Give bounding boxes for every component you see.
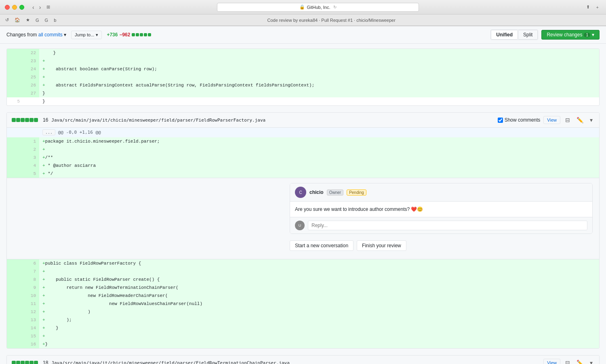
line-num-right: 26 xyxy=(23,81,39,89)
edit-icon-2[interactable]: ✏️ xyxy=(575,359,585,364)
line-num-right: 24 xyxy=(23,65,39,73)
view-file2-button[interactable]: View xyxy=(543,359,560,364)
expand-icon-2[interactable]: ▾ xyxy=(588,359,594,364)
header-right: Unified Split Review changes 1 ▾ xyxy=(490,29,600,40)
file1-path: Java/src/main/java/it/chicio/minesweeper… xyxy=(51,118,265,123)
split-view-icon[interactable]: ⊟ xyxy=(564,116,572,124)
table-row: 10 + new FieldRowHeaderChainParser( xyxy=(7,292,599,300)
change-block-5 xyxy=(29,118,34,122)
expand-hunk-button[interactable]: ... xyxy=(42,129,55,135)
nav-buttons: ‹ › ⊞ xyxy=(31,3,53,11)
tab-list-button[interactable]: ⊞ xyxy=(44,3,53,11)
table-row: 27 } xyxy=(7,89,599,97)
file-diff-1: 16 Java/src/main/java/it/chicio/mineswee… xyxy=(6,112,600,349)
url-text: GitHub, Inc. xyxy=(307,5,330,10)
line-code: } xyxy=(39,97,599,105)
table-row: 24 + abstract boolean canParse(String ro… xyxy=(7,65,599,73)
change-block-3 xyxy=(21,118,25,122)
title-bar: ‹ › ⊞ 🔒 GitHub, Inc. ↻ ⬆ + xyxy=(0,0,606,15)
file-change-blocks xyxy=(12,118,38,122)
g2-btn[interactable]: G xyxy=(43,17,50,23)
table-row: 2 + xyxy=(7,145,599,154)
table-row: 12 + ) xyxy=(7,308,599,316)
view-file-button[interactable]: View xyxy=(543,116,560,124)
browser-toolbar: ↺ 🏠 ★ G G b Code review by eureka84 · Pu… xyxy=(0,15,606,26)
finish-review-button[interactable]: Finish your review xyxy=(357,240,406,251)
b-btn[interactable]: b xyxy=(52,17,58,23)
file-change-blocks-2 xyxy=(12,361,38,364)
review-changes-button[interactable]: Review changes 1 ▾ xyxy=(541,30,600,40)
address-bar[interactable]: 🔒 GitHub, Inc. ↻ xyxy=(217,3,419,12)
g-btn[interactable]: G xyxy=(34,17,41,23)
line-num-right: 25 xyxy=(23,73,39,81)
bookmark-btn[interactable]: ★ xyxy=(24,17,32,23)
home-btn[interactable]: 🏠 xyxy=(13,17,22,23)
diff-table-1b: 6 +public class FieldRowParserFactory { … xyxy=(7,259,599,348)
additions-count: +736 xyxy=(107,32,118,38)
forward-button[interactable]: › xyxy=(38,3,43,11)
table-row: 15 + xyxy=(7,332,599,340)
diff-block-5 xyxy=(148,33,151,36)
new-tab-button[interactable]: + xyxy=(594,4,601,11)
deletions-count: −962 xyxy=(119,32,130,38)
reply-input[interactable] xyxy=(308,221,587,230)
jump-to-button[interactable]: Jump to... ▾ xyxy=(71,31,102,39)
reload-btn[interactable]: ↺ xyxy=(3,17,11,23)
minimize-button[interactable] xyxy=(12,5,17,10)
table-row: 4 + * @author asciarra xyxy=(7,162,599,170)
start-conversation-button[interactable]: Start a new conversation xyxy=(290,240,354,251)
hunk-info: ... @@ -0,0 +1,16 @@ xyxy=(39,128,599,137)
close-button[interactable] xyxy=(5,5,10,10)
table-row: 1 +package it.chicio.minesweeper.field.p… xyxy=(7,137,599,145)
commenter-name: chicio xyxy=(309,189,324,195)
table-row: 9 + return new FieldRowTerminationChainP… xyxy=(7,284,599,292)
expand-icon[interactable]: ▾ xyxy=(588,116,594,124)
edit-icon[interactable]: ✏️ xyxy=(575,116,585,124)
top-partial-table: 22 } 23 + 24 + abstract boolean canParse… xyxy=(7,49,599,105)
comment-thread-inner: C chicio Owner Pending Are you sure we w… xyxy=(7,178,599,259)
top-partial-file: 22 } 23 + 24 + abstract boolean canParse… xyxy=(6,48,600,106)
split-view-button[interactable]: Split xyxy=(518,30,538,40)
table-row: 22 } xyxy=(7,49,599,57)
window-chrome: ‹ › ⊞ 🔒 GitHub, Inc. ↻ ⬆ + ↺ 🏠 ★ G G b C… xyxy=(0,0,606,26)
change-block-f xyxy=(34,361,38,364)
share-button[interactable]: ⬆ xyxy=(584,4,592,11)
diff-stats: +736 −962 xyxy=(107,32,151,38)
diff-content: 22 } 23 + 24 + abstract boolean canParse… xyxy=(0,44,606,364)
all-commits-link[interactable]: all commits xyxy=(38,32,63,38)
view-toggle: Unified Split xyxy=(490,29,538,40)
maximize-button[interactable] xyxy=(19,5,24,10)
unified-view-button[interactable]: Unified xyxy=(491,30,518,40)
review-count-badge: 1 xyxy=(584,33,590,37)
pending-badge: Pending xyxy=(347,189,366,196)
diff-block-1 xyxy=(132,33,135,36)
refresh-icon[interactable]: ↻ xyxy=(333,5,337,9)
comment-header: C chicio Owner Pending xyxy=(290,183,592,202)
table-row: 26 + abstract FieldsParsingContext actua… xyxy=(7,81,599,89)
reply-avatar: U xyxy=(295,221,305,230)
change-block-a xyxy=(12,361,16,364)
show-comments-checkbox[interactable] xyxy=(498,118,503,123)
back-button[interactable]: ‹ xyxy=(31,3,36,11)
comment-box: C chicio Owner Pending Are you sure we w… xyxy=(290,183,593,234)
line-num-left xyxy=(7,49,23,57)
change-block-c xyxy=(21,361,25,364)
line-num-right: 27 xyxy=(23,89,39,97)
comment-meta: chicio Owner Pending xyxy=(309,189,587,196)
header-left: Changes from all commits ▾ Jump to... ▾ … xyxy=(6,31,151,39)
file2-path: Java/src/main/java/it/chicio/minesweeper… xyxy=(51,360,289,364)
avatar: C xyxy=(295,187,306,198)
line-code: + abstract boolean canParse(String row); xyxy=(39,65,599,73)
role-badge: Owner xyxy=(327,189,343,196)
table-row: 23 + xyxy=(7,57,599,65)
table-row: 8 + public static FieldRowParser create(… xyxy=(7,276,599,284)
table-row: 6 +public class FieldRowParserFactory { xyxy=(7,259,599,267)
change-block-1 xyxy=(12,118,16,122)
change-block-e xyxy=(29,361,34,364)
file-header-right-2: View ⊟ ✏️ ▾ xyxy=(543,359,594,364)
line-code: } xyxy=(39,49,599,57)
file1-changes-count: 16 xyxy=(43,117,48,123)
table-row: 5 } xyxy=(7,97,599,105)
split-view-icon-2[interactable]: ⊟ xyxy=(564,359,572,364)
show-comments-toggle[interactable]: Show comments xyxy=(498,117,541,123)
